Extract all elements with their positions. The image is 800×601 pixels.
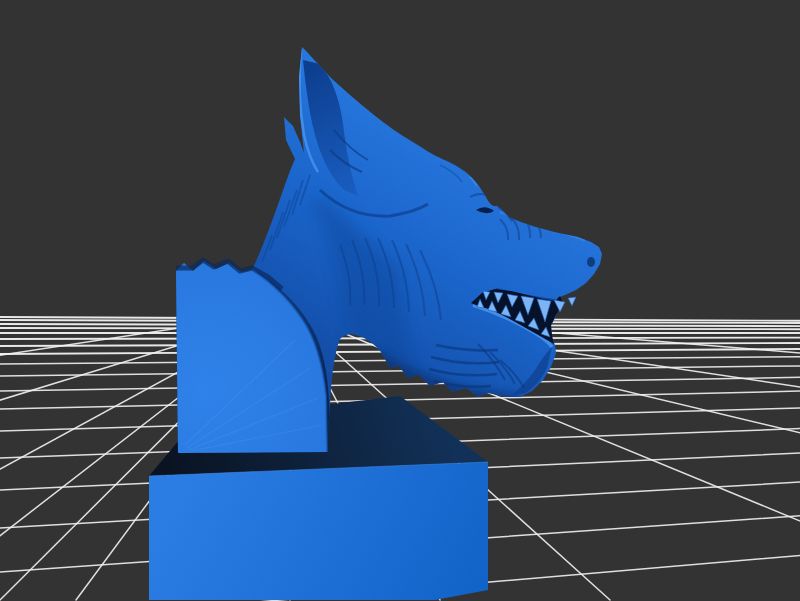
base-block-front-face (149, 462, 488, 600)
nostril (587, 257, 595, 267)
3d-viewport[interactable] (0, 0, 800, 601)
